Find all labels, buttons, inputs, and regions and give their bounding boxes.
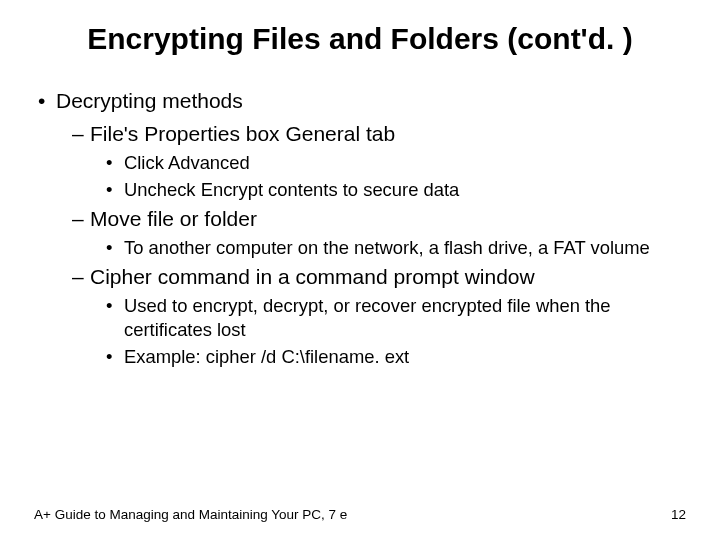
bullet-l3: To another computer on the network, a fl… [124,236,692,260]
bullet-l3: Used to encrypt, decrypt, or recover enc… [124,294,692,342]
slide-title: Encrypting Files and Folders (cont'd. ) [28,22,692,57]
footer-page-number: 12 [671,507,686,522]
bullet-l3: Click Advanced [124,151,692,175]
slide-content: Decrypting methods File's Properties box… [28,87,692,373]
slide-footer: A+ Guide to Managing and Maintaining You… [28,507,692,528]
bullet-l2: Move file or folder [90,205,692,232]
bullet-l3: Example: cipher /d C:\filename. ext [124,345,692,369]
bullet-l2: File's Properties box General tab [90,120,692,147]
bullet-l2: Cipher command in a command prompt windo… [90,263,692,290]
footer-left: A+ Guide to Managing and Maintaining You… [34,507,347,522]
bullet-l1: Decrypting methods [56,87,692,114]
slide: Encrypting Files and Folders (cont'd. ) … [0,0,720,540]
bullet-l3: Uncheck Encrypt contents to secure data [124,178,692,202]
